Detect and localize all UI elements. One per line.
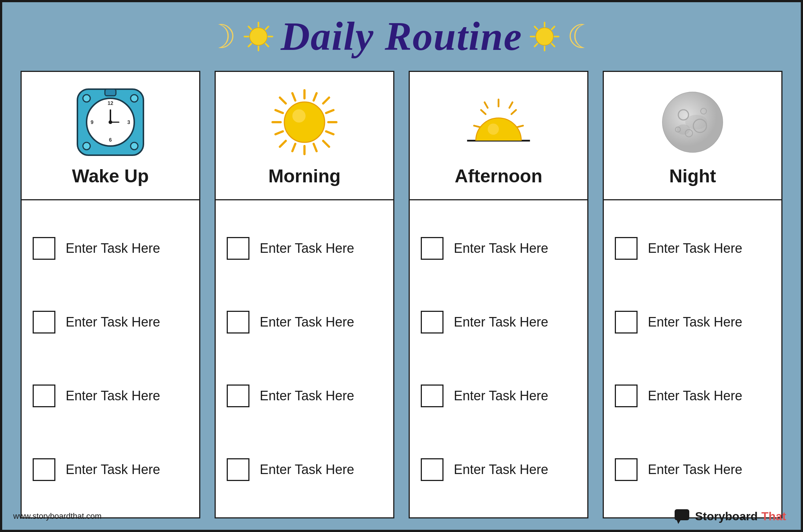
svg-point-20 xyxy=(131,95,138,102)
svg-point-0 xyxy=(250,28,267,45)
card-night-title: Night xyxy=(669,165,716,187)
svg-line-44 xyxy=(326,110,333,113)
task-checkbox[interactable] xyxy=(33,385,55,407)
task-row: Enter Task Here xyxy=(615,237,770,260)
task-label: Enter Task Here xyxy=(454,388,548,404)
task-label: Enter Task Here xyxy=(66,241,160,256)
svg-point-48 xyxy=(284,102,325,142)
task-checkbox[interactable] xyxy=(421,311,444,334)
svg-line-46 xyxy=(314,93,317,101)
task-label: Enter Task Here xyxy=(66,462,160,477)
card-morning-header: Morning xyxy=(216,72,393,200)
task-label: Enter Task Here xyxy=(66,388,160,404)
svg-line-54 xyxy=(511,110,516,114)
svg-point-69 xyxy=(677,124,690,135)
svg-point-30 xyxy=(109,120,112,124)
task-checkbox[interactable] xyxy=(421,385,444,407)
task-label: Enter Task Here xyxy=(648,462,742,477)
task-row: Enter Task Here xyxy=(615,385,770,407)
svg-line-37 xyxy=(323,141,329,147)
sun-left-icon xyxy=(243,21,274,52)
footer-url: www.storyboardthat.com xyxy=(13,511,102,521)
task-label: Enter Task Here xyxy=(260,241,354,256)
task-checkbox[interactable] xyxy=(227,458,249,481)
task-checkbox[interactable] xyxy=(615,311,638,334)
task-row: Enter Task Here xyxy=(33,237,188,260)
task-row: Enter Task Here xyxy=(421,385,576,407)
svg-line-58 xyxy=(510,102,513,108)
svg-line-7 xyxy=(266,26,269,29)
task-row: Enter Task Here xyxy=(421,458,576,481)
task-checkbox[interactable] xyxy=(615,458,638,481)
task-row: Enter Task Here xyxy=(33,311,188,334)
card-night-body: Enter Task Here Enter Task Here Enter Ta… xyxy=(604,200,781,517)
svg-point-21 xyxy=(83,142,90,150)
card-wake-up-title: Wake Up xyxy=(72,165,149,187)
task-checkbox[interactable] xyxy=(421,458,444,481)
task-checkbox[interactable] xyxy=(33,237,55,260)
card-afternoon-body: Enter Task Here Enter Task Here Enter Ta… xyxy=(410,200,587,517)
task-checkbox[interactable] xyxy=(227,237,249,260)
task-label: Enter Task Here xyxy=(648,314,742,330)
footer: www.storyboardthat.com StoryboardThat xyxy=(13,509,786,524)
svg-text:3: 3 xyxy=(127,119,130,125)
svg-point-9 xyxy=(536,28,553,45)
task-checkbox[interactable] xyxy=(421,237,444,260)
task-label: Enter Task Here xyxy=(454,314,548,330)
sun-right-icon xyxy=(529,21,560,52)
footer-brand: StoryboardThat xyxy=(674,509,786,524)
svg-line-38 xyxy=(323,98,329,103)
svg-line-39 xyxy=(280,141,286,147)
svg-line-17 xyxy=(534,44,537,47)
task-row: Enter Task Here xyxy=(421,237,576,260)
task-checkbox[interactable] xyxy=(227,385,249,407)
brand-name: Storyboard xyxy=(695,510,758,523)
moon-right-icon: ☽ xyxy=(567,20,596,53)
cards-container: 12 6 9 3 Wake Up Enter Task Here xyxy=(2,67,801,522)
task-checkbox[interactable] xyxy=(615,385,638,407)
task-checkbox[interactable] xyxy=(227,311,249,334)
task-label: Enter Task Here xyxy=(260,314,354,330)
task-checkbox[interactable] xyxy=(33,458,55,481)
task-row: Enter Task Here xyxy=(227,458,382,481)
moon-left-icon: ☽ xyxy=(207,20,236,53)
svg-point-19 xyxy=(83,95,90,102)
clock-icon: 12 6 9 3 xyxy=(74,85,147,159)
svg-line-16 xyxy=(552,26,555,29)
card-night: Night Enter Task Here Enter Task Here En… xyxy=(603,71,782,518)
card-night-header: Night xyxy=(604,72,781,200)
svg-line-6 xyxy=(266,44,269,47)
task-checkbox[interactable] xyxy=(33,311,55,334)
svg-line-8 xyxy=(249,44,252,47)
task-row: Enter Task Here xyxy=(227,237,382,260)
card-morning-body: Enter Task Here Enter Task Here Enter Ta… xyxy=(216,200,393,517)
card-wake-up-header: 12 6 9 3 Wake Up xyxy=(22,72,199,200)
card-wake-up: 12 6 9 3 Wake Up Enter Task Here xyxy=(21,71,200,518)
moon-full-icon xyxy=(656,85,729,159)
task-row: Enter Task Here xyxy=(615,311,770,334)
svg-line-5 xyxy=(249,26,252,29)
task-row: Enter Task Here xyxy=(421,311,576,334)
svg-line-43 xyxy=(314,144,317,151)
sun-full-icon xyxy=(268,85,341,159)
svg-rect-31 xyxy=(105,89,116,96)
svg-point-59 xyxy=(476,118,521,157)
svg-point-22 xyxy=(131,142,138,150)
task-label: Enter Task Here xyxy=(454,462,548,477)
card-morning-title: Morning xyxy=(268,165,340,187)
svg-point-49 xyxy=(292,109,306,123)
svg-text:12: 12 xyxy=(107,100,113,106)
svg-text:6: 6 xyxy=(109,137,112,143)
svg-line-47 xyxy=(292,144,295,151)
card-afternoon-title: Afternoon xyxy=(455,165,543,187)
task-checkbox[interactable] xyxy=(615,237,638,260)
brand-highlight: That xyxy=(761,510,786,523)
svg-line-53 xyxy=(481,110,485,114)
task-label: Enter Task Here xyxy=(260,462,354,477)
task-label: Enter Task Here xyxy=(260,388,354,404)
svg-line-57 xyxy=(485,102,488,108)
task-label: Enter Task Here xyxy=(454,241,548,256)
svg-point-60 xyxy=(488,123,499,134)
afternoon-sun-icon xyxy=(462,85,535,159)
svg-rect-70 xyxy=(675,509,689,520)
